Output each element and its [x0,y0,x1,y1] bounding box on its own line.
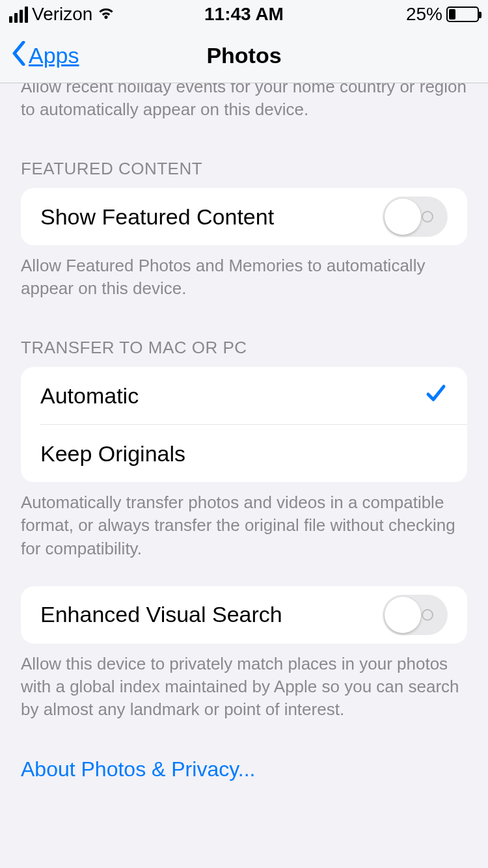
show-featured-content-label: Show Featured Content [40,204,383,230]
cellular-signal-icon [9,7,28,23]
back-button[interactable]: Apps [10,41,79,71]
back-label: Apps [29,43,79,68]
evs-footer: Allow this device to privately match pla… [0,644,488,721]
holiday-footer: Allow recent holiday events for your hom… [0,83,488,121]
featured-footer: Allow Featured Photos and Memories to au… [0,245,488,300]
transfer-header: TRANSFER TO MAC OR PC [0,300,488,367]
battery-percent: 25% [406,4,442,25]
enhanced-visual-search-toggle[interactable] [383,595,448,635]
carrier-label: Verizon [32,4,92,25]
transfer-keep-originals-label: Keep Originals [40,441,448,467]
about-privacy-link[interactable]: About Photos & Privacy... [0,721,488,794]
checkmark-icon [424,381,448,410]
show-featured-content-row[interactable]: Show Featured Content [21,188,467,245]
nav-bar: Apps Photos [0,29,488,83]
transfer-automatic-row[interactable]: Automatic [21,367,467,424]
transfer-automatic-label: Automatic [40,383,424,409]
battery-icon [446,7,479,22]
status-right: 25% [406,4,479,25]
wifi-icon [96,4,116,25]
chevron-left-icon [10,41,26,71]
featured-header: FEATURED CONTENT [0,121,488,188]
settings-content[interactable]: Show Holiday Events Allow recent holiday… [0,83,488,868]
enhanced-visual-search-label: Enhanced Visual Search [40,602,383,627]
enhanced-visual-search-row[interactable]: Enhanced Visual Search [21,586,467,644]
show-featured-content-toggle[interactable] [383,197,448,237]
transfer-footer: Automatically transfer photos and videos… [0,482,488,560]
transfer-keep-originals-row[interactable]: Keep Originals [21,425,467,482]
status-bar: Verizon 11:43 AM 25% [0,0,488,29]
status-left: Verizon [9,4,116,25]
